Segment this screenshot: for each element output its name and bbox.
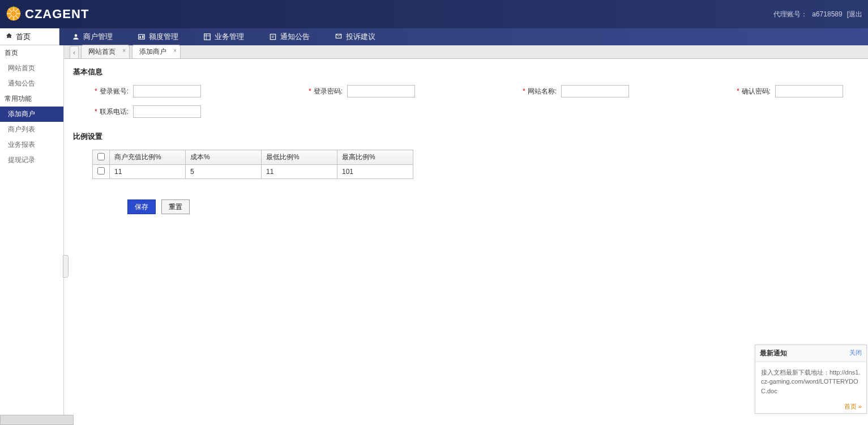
svg-rect-6 xyxy=(204,34,211,40)
logo: CZAGENT xyxy=(6,6,89,23)
sidebar: 首页 网站首页 通知公告 常用功能 添加商户 商户列表 业务报表 提现记录 xyxy=(0,45,64,425)
tab-site-home[interactable]: 网站首页 × xyxy=(81,45,130,58)
save-button[interactable]: 保存 xyxy=(127,199,156,214)
logout-link[interactable]: [退出 xyxy=(847,10,862,19)
app-header: CZAGENT 代理账号： a6718589 [退出 xyxy=(0,0,868,28)
tab-add-merchant[interactable]: 添加商户 × xyxy=(132,45,181,58)
svg-rect-4 xyxy=(140,36,141,39)
sidebar-group-common[interactable]: 常用功能 xyxy=(0,91,63,107)
status-bar xyxy=(0,415,74,425)
sidebar-group-home[interactable]: 首页 xyxy=(0,45,63,61)
cell-recharge-ratio: 11 xyxy=(110,165,186,179)
sidebar-item-withdraw-record[interactable]: 提现记录 xyxy=(0,152,63,168)
feedback-icon xyxy=(335,33,343,41)
table-row[interactable]: 11 5 11 101 xyxy=(93,165,413,179)
topnav-feedback-label: 投诉建议 xyxy=(346,32,375,42)
tab-label: 网站首页 xyxy=(88,48,116,56)
home-icon xyxy=(6,32,12,41)
tab-label: 添加商户 xyxy=(139,48,166,56)
sidebar-item-business-report[interactable]: 业务报表 xyxy=(0,137,63,152)
tab-close-icon[interactable]: × xyxy=(122,48,126,54)
notification-body: 接入文档最新下载地址：http://dns1.cz-gaming.com/wor… xyxy=(755,362,866,402)
table-header-max-ratio: 最高比例% xyxy=(337,150,413,165)
sidebar-item-add-merchant[interactable]: 添加商户 xyxy=(0,107,63,122)
topnav-home-label: 首页 xyxy=(16,32,31,42)
section-basic-info-title: 基本信息 xyxy=(73,67,859,77)
svg-rect-7 xyxy=(270,34,275,39)
notification-panel: 最新通知 关闭 接入文档最新下载地址：http://dns1.cz-gaming… xyxy=(755,345,867,414)
header-checkbox[interactable] xyxy=(97,153,105,160)
svg-point-1 xyxy=(11,10,17,16)
content-area: 基本信息 *登录账号: *登录密码: *网站名称: *确认密码: xyxy=(64,59,868,425)
table-header-cost: 成本% xyxy=(186,150,262,165)
login-password-label: 登录密码: xyxy=(314,87,343,95)
topnav-merchant[interactable]: 商户管理 xyxy=(59,28,125,45)
topnav-notice-label: 通知公告 xyxy=(280,32,310,42)
topnav-home[interactable]: 首页 xyxy=(0,28,59,45)
topnav-quota[interactable]: 额度管理 xyxy=(125,28,191,45)
sidebar-item-site-home[interactable]: 网站首页 xyxy=(0,61,63,76)
field-phone: *联系电话: xyxy=(89,105,201,118)
phone-input[interactable] xyxy=(133,105,201,118)
cell-min-ratio: 11 xyxy=(262,165,337,179)
field-login-password: *登录密码: xyxy=(303,85,415,97)
confirm-password-input[interactable] xyxy=(775,85,843,97)
ratio-table: 商户充值比例% 成本% 最低比例% 最高比例% 11 5 11 101 xyxy=(92,150,413,179)
login-account-input[interactable] xyxy=(133,85,201,97)
business-icon xyxy=(203,33,211,41)
svg-point-2 xyxy=(75,34,78,37)
notification-header: 最新通知 关闭 xyxy=(755,345,866,362)
notification-close[interactable]: 关闭 xyxy=(849,348,862,358)
header-right: 代理账号： a6718589 [退出 xyxy=(773,10,862,19)
site-name-input[interactable] xyxy=(561,85,629,97)
field-site-name: *网站名称: xyxy=(517,85,629,97)
phone-label: 联系电话: xyxy=(100,108,129,116)
quota-icon xyxy=(138,33,146,41)
notice-icon xyxy=(269,33,277,41)
notification-footer: 首页 » xyxy=(755,401,866,413)
topnav-business[interactable]: 业务管理 xyxy=(191,28,256,45)
login-password-input[interactable] xyxy=(347,85,415,97)
section-ratio-title: 比例设置 xyxy=(73,131,859,142)
table-header-check xyxy=(93,150,110,165)
table-header-recharge-ratio: 商户充值比例% xyxy=(110,150,186,165)
agent-value: a6718589 xyxy=(812,10,842,18)
topnav-notice[interactable]: 通知公告 xyxy=(256,28,322,45)
topnav-feedback[interactable]: 投诉建议 xyxy=(322,28,388,45)
tab-close-icon[interactable]: × xyxy=(173,48,177,54)
logo-icon xyxy=(6,6,22,23)
notification-more-link[interactable]: 首页 » xyxy=(844,403,862,410)
agent-label: 代理账号： xyxy=(773,10,807,19)
basic-info-form: *登录账号: *登录密码: *网站名称: *确认密码: *联系电话: xyxy=(73,85,859,118)
tabs-scroll-left[interactable]: ‹ xyxy=(70,46,79,58)
notification-title: 最新通知 xyxy=(760,348,787,358)
field-confirm-password: *确认密码: xyxy=(731,85,843,97)
site-name-label: 网站名称: xyxy=(528,87,557,95)
brand-text: CZAGENT xyxy=(25,7,89,22)
field-login-account: *登录账号: xyxy=(89,85,201,97)
tabs-bar: ‹ 网站首页 × 添加商户 × xyxy=(64,45,868,59)
reset-button[interactable]: 重置 xyxy=(161,199,190,214)
form-buttons: 保存 重置 xyxy=(127,199,859,214)
confirm-password-label: 确认密码: xyxy=(742,87,771,95)
topnav-merchant-label: 商户管理 xyxy=(83,32,113,42)
user-icon xyxy=(72,33,80,41)
table-header-min-ratio: 最低比例% xyxy=(262,150,337,165)
login-account-label: 登录账号: xyxy=(100,87,129,95)
svg-rect-3 xyxy=(139,35,145,39)
topnav-quota-label: 额度管理 xyxy=(149,32,178,42)
cell-cost: 5 xyxy=(186,165,262,179)
cell-max-ratio: 101 xyxy=(337,165,413,179)
topnav-business-label: 业务管理 xyxy=(215,32,244,42)
row-checkbox[interactable] xyxy=(97,167,105,175)
svg-rect-5 xyxy=(142,36,143,39)
sidebar-item-notice[interactable]: 通知公告 xyxy=(0,76,63,91)
sidebar-item-merchant-list[interactable]: 商户列表 xyxy=(0,122,63,137)
top-nav: 首页 商户管理 额度管理 业务管理 通知公告 投诉建议 xyxy=(0,28,868,45)
